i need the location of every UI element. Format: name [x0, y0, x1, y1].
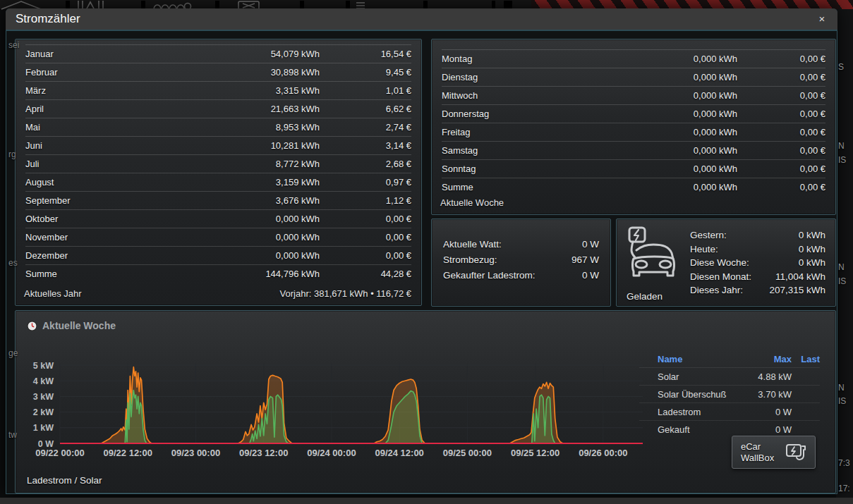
stat-value: 967 W [571, 252, 599, 268]
kwh-value: 30,898 kWh [193, 63, 320, 81]
table-row: Oktober 0,000 kWh 0,00 € [25, 209, 411, 228]
month-label: August [25, 173, 193, 191]
background-text-fragment: 17: [838, 484, 850, 493]
eur-value: 0,00 € [737, 142, 825, 159]
svg-text:3 kW: 3 kW [33, 392, 54, 402]
background-text-fragment: N [838, 141, 845, 151]
day-label: Dienstag [442, 68, 596, 86]
series-max: 3.70 kW [748, 389, 792, 400]
list-icon [356, 3, 365, 8]
legend-header-last[interactable]: Last [792, 354, 820, 364]
stat-row: Gestern: 0 kWh [690, 228, 825, 242]
stat-value: 207,315 kWh [769, 283, 825, 297]
day-label: Summe [442, 178, 596, 196]
kwh-value: 0,000 kWh [596, 178, 737, 196]
screen: seirgesgetw SNISNISNIS7:317: Stromzähler… [0, 0, 853, 504]
month-label: Januar [25, 45, 193, 63]
kwh-value: 54,079 kWh [193, 45, 320, 63]
series-name: Solar [658, 371, 748, 382]
eur-value: 0,00 € [737, 123, 825, 141]
car-stat-rows: Gestern: 0 kWh Heute: 0 kWh Diese Woche:… [690, 228, 825, 297]
eur-value: 0,00 € [320, 228, 411, 246]
month-label: Dezember [25, 247, 193, 264]
stat-row: Dieses Jahr: 207,315 kWh [690, 283, 825, 297]
legend-row[interactable]: Ladestrom 0 W [639, 402, 820, 420]
table-row: März 3,315 kWh 1,01 € [25, 81, 411, 99]
kwh-value: 0,000 kWh [596, 123, 737, 141]
ecar-button-line1: eCar [741, 441, 774, 453]
table-row: Mai 8,953 kWh 2,74 € [25, 118, 411, 136]
chart-footer-label: Ladestrom / Solar [27, 475, 102, 486]
legend-row[interactable]: Solar Überschuß 3.70 kW [639, 385, 820, 402]
month-label: Mai [25, 118, 193, 136]
kwh-value: 0,000 kWh [596, 105, 737, 123]
kwh-value: 0,000 kWh [596, 142, 737, 159]
svg-text:09/25 12:00: 09/25 12:00 [511, 448, 559, 458]
stat-row: Aktuelle Watt: 0 W [443, 237, 599, 252]
kwh-value: 3,159 kWh [193, 173, 320, 191]
day-label: Mittwoch [442, 87, 596, 104]
background-text-fragment: N [838, 262, 845, 272]
month-label: Februar [25, 63, 193, 81]
month-label: März [25, 82, 193, 99]
kwh-value: 8,772 kWh [193, 155, 320, 173]
svg-text:09/24 12:00: 09/24 12:00 [375, 448, 423, 458]
table-row: Dienstag 0,000 kWh 0,00 € [442, 68, 825, 86]
monthly-footer: Aktuelles Jahr Vorjahr: 381,671 kWh • 11… [24, 288, 411, 299]
kwh-value: 0,000 kWh [596, 68, 737, 86]
legend-header-max[interactable]: Max [748, 354, 792, 364]
month-label: Oktober [25, 210, 193, 228]
stat-value: 0 kWh [799, 242, 825, 257]
kwh-value: 3,315 kWh [193, 82, 320, 99]
table-row: Januar 54,079 kWh 16,54 € [25, 44, 411, 63]
eur-value: 16,54 € [320, 45, 411, 63]
wallbox-icon [784, 441, 808, 465]
table-row: Juli 8,772 kWh 2,68 € [25, 154, 411, 173]
weekly-energy-panel: Montag 0,000 kWh 0,00 € Dienstag 0,000 k… [431, 39, 836, 215]
eur-value: 0,00 € [737, 87, 825, 104]
svg-text:1 kW: 1 kW [33, 423, 54, 433]
stat-label: Dieses Jahr: [690, 283, 769, 297]
svg-text:4 kW: 4 kW [33, 376, 54, 386]
eur-value: 0,00 € [737, 160, 825, 178]
ecar-wallbox-button[interactable]: eCar WallBox [732, 436, 816, 469]
day-label: Samstag [442, 142, 596, 159]
background-text-fragment: IS [838, 396, 846, 406]
kwh-value: 10,281 kWh [193, 137, 320, 154]
table-row: Februar 30,898 kWh 9,45 € [25, 63, 411, 81]
kwh-value: 8,953 kWh [193, 118, 320, 136]
ecar-charging-icon [625, 225, 682, 285]
day-label: Freitag [442, 123, 596, 141]
kwh-value: 0,000 kWh [596, 50, 737, 68]
eur-value: 2,68 € [320, 155, 411, 173]
stat-value: 0 W [582, 237, 599, 252]
table-row: April 21,663 kWh 6,62 € [25, 99, 411, 118]
stat-value: 0 kWh [799, 228, 825, 242]
background-text-fragment: es [8, 258, 18, 268]
month-label: Summe [25, 265, 193, 283]
legend-header: Name Max Last [639, 350, 820, 367]
eur-value: 3,14 € [320, 137, 411, 154]
stat-label: Diese Woche: [690, 256, 799, 270]
ecar-charged-panel: Geladen Gestern: 0 kWh Heute: 0 kWh Dies… [616, 219, 836, 307]
stat-label: Gekaufter Ladestrom: [443, 268, 582, 283]
eur-value: 1,01 € [320, 82, 411, 99]
weekly-chart-plot[interactable]: 5 kW4 kW3 kW2 kW1 kW0 W09/22 00:0009/22 … [16, 352, 658, 465]
monthly-footer-label: Aktuelles Jahr [24, 288, 82, 299]
legend-row[interactable]: Solar 4.88 kW [639, 367, 820, 385]
svg-text:09/22 12:00: 09/22 12:00 [104, 448, 152, 458]
background-text-fragment: rg [8, 149, 16, 159]
stat-row: Heute: 0 kWh [690, 242, 825, 257]
month-label: Juni [25, 137, 193, 154]
chart-title: Aktuelle Woche [42, 320, 116, 331]
weekly-footer: Aktuelle Woche [440, 197, 825, 208]
eur-value: 0,97 € [320, 173, 411, 191]
previous-year-summary: Vorjahr: 381,671 kWh • 116,72 € [280, 288, 411, 299]
kwh-value: 0,000 kWh [596, 87, 737, 104]
close-icon[interactable]: × [815, 12, 829, 26]
stat-label: Gestern: [690, 228, 799, 242]
weekly-rows: Montag 0,000 kWh 0,00 € Dienstag 0,000 k… [432, 39, 835, 196]
legend-header-name[interactable]: Name [658, 354, 748, 364]
stat-value: 0 W [582, 268, 599, 283]
background-text-fragment: N [838, 383, 845, 393]
